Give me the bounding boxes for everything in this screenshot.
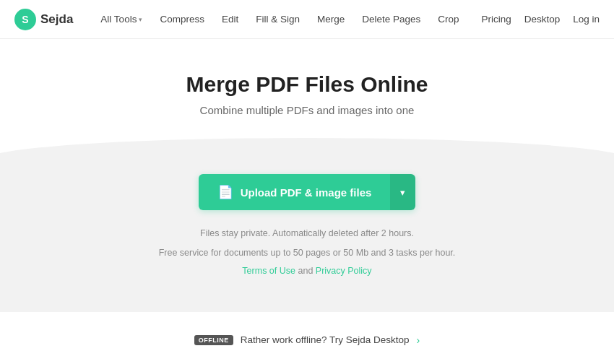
wave-content: 📄 Upload PDF & image files ▾ Files stay … <box>14 174 600 276</box>
arrow-icon: › <box>417 334 420 346</box>
navbar: S Sejda All Tools ▾ Compress Edit Fill &… <box>0 0 614 39</box>
privacy-link[interactable]: Privacy Policy <box>316 266 372 276</box>
offline-section: OFFLINE Rather work offline? Try Sejda D… <box>0 312 614 360</box>
nav-delete-pages[interactable]: Delete Pages <box>355 9 428 29</box>
and-text: and <box>298 266 315 276</box>
upload-dropdown-button[interactable]: ▾ <box>390 174 415 210</box>
nav-fill-sign[interactable]: Fill & Sign <box>248 9 307 29</box>
logo-link[interactable]: S Sejda <box>14 9 73 30</box>
howto-section: How To Merge PDF Files How To Combine PD… <box>0 360 614 365</box>
offline-banner-link[interactable]: OFFLINE Rather work offline? Try Sejda D… <box>194 334 420 346</box>
nav-crop[interactable]: Crop <box>431 9 466 29</box>
nav-edit[interactable]: Edit <box>215 9 246 29</box>
logo-icon: S <box>14 9 36 30</box>
hero-section: Merge PDF Files Online Combine multiple … <box>0 39 614 116</box>
nav-login[interactable]: Log in <box>573 14 600 25</box>
offline-text: Rather work offline? Try Sejda Desktop <box>241 334 410 345</box>
upload-section: 📄 Upload PDF & image files ▾ Files stay … <box>0 138 614 312</box>
page-title: Merge PDF Files Online <box>14 72 600 97</box>
nav-desktop[interactable]: Desktop <box>524 14 561 25</box>
nav-compress[interactable]: Compress <box>152 9 212 29</box>
nav-links: All Tools ▾ Compress Edit Fill & Sign Me… <box>93 9 481 29</box>
chevron-down-icon: ▾ <box>400 187 405 198</box>
nav-pricing[interactable]: Pricing <box>481 14 511 25</box>
nav-merge[interactable]: Merge <box>310 9 352 29</box>
chevron-down-icon: ▾ <box>139 16 142 23</box>
logo-text: Sejda <box>40 12 73 27</box>
nav-right: Pricing Desktop Log in <box>481 14 600 25</box>
terms-link[interactable]: Terms of Use <box>242 266 295 276</box>
upload-button[interactable]: 📄 Upload PDF & image files <box>199 174 391 210</box>
page-subtitle: Combine multiple PDFs and images into on… <box>14 104 600 116</box>
upload-button-group: 📄 Upload PDF & image files ▾ <box>199 174 416 210</box>
info-line2: Free service for documents up to 50 page… <box>14 246 600 261</box>
offline-badge: OFFLINE <box>194 335 233 345</box>
nav-all-tools[interactable]: All Tools ▾ <box>93 9 150 29</box>
info-links: Terms of Use and Privacy Policy <box>14 266 600 276</box>
info-line1: Files stay private. Automatically delete… <box>14 226 600 241</box>
upload-icon: 📄 <box>217 184 233 200</box>
